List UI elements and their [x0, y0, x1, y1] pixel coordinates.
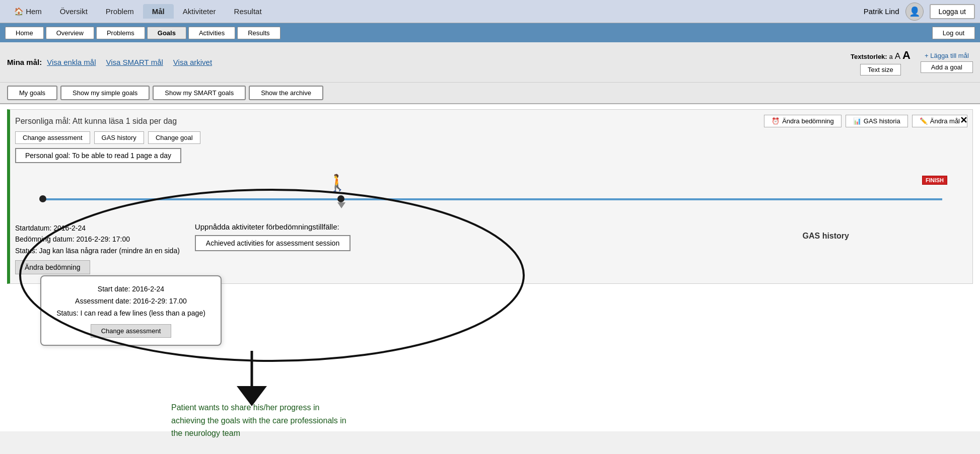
english-translation-box: Start date: 2016-2-24 Assessment date: 2…: [40, 275, 222, 346]
text-size-title: Textstorlek:: [851, 53, 887, 60]
logout-button-english[interactable]: Log out: [932, 27, 975, 39]
show-archive-button[interactable]: Show the archive: [249, 86, 323, 100]
pencil-icon: ✏️: [920, 117, 928, 125]
gas-history-annotation: GAS history: [803, 232, 849, 241]
goal-details: Startdatum: 2016-2-24 Bedömning datum: 2…: [15, 218, 967, 278]
chart-icon: 📊: [853, 117, 861, 125]
text-size-label: Textstorlek: a A A: [851, 49, 911, 62]
add-goal-label: + Lägga till mål: [925, 52, 969, 59]
goal-title-swedish: Personliga mål: Att kunna läsa 1 sida pe…: [15, 117, 177, 126]
link-simple-goals[interactable]: Visa enkla mål: [47, 58, 96, 66]
add-goal-section: + Lägga till mål Add a goal: [921, 52, 973, 73]
change-assessment-btn-header[interactable]: ⏰ Ändra bedömning: [764, 115, 842, 127]
show-smart-goals-button[interactable]: Show my SMART goals: [153, 86, 246, 100]
english-change-assessment-btn[interactable]: Change assessment: [91, 324, 172, 338]
top-nav-hem[interactable]: 🏠 Hem: [5, 4, 51, 19]
goal-info-right: Uppnådda aktiviteter förbedömningstillfä…: [195, 222, 967, 274]
top-nav-mal[interactable]: Mål: [143, 4, 174, 19]
change-goal-english-btn[interactable]: Change goal: [148, 131, 200, 144]
text-size-a-med[interactable]: A: [895, 51, 900, 61]
nav-home[interactable]: Home: [5, 27, 44, 39]
second-nav-right: Log out: [932, 27, 975, 39]
assessment-date: Bedömning datum: 2016-2-29: 17:00: [15, 234, 180, 245]
goal-action-buttons: ⏰ Ändra bedömning 📊 GAS historia ✏️ Ändr…: [764, 115, 967, 127]
text-size-a-small[interactable]: a: [889, 53, 893, 60]
goals-buttons-row: My goals Show my simple goals Show my SM…: [0, 83, 980, 104]
link-archive[interactable]: Visa arkivet: [173, 58, 212, 66]
main-content: Personliga mål: Att kunna läsa 1 sida pe…: [0, 104, 980, 431]
goal-title-english-button[interactable]: Personal goal: To be able to read 1 page…: [15, 148, 181, 163]
my-goals-button[interactable]: My goals: [7, 86, 57, 100]
achieved-label-swedish: Uppnådda aktiviteter förbedömningstillfä…: [195, 222, 967, 231]
english-start-date: Start date: 2016-2-24: [51, 283, 211, 295]
top-nav-oversikt[interactable]: Översikt: [51, 4, 97, 19]
progress-line: [40, 198, 942, 200]
goals-toolbar-links: Visa enkla mål Visa SMART mål Visa arkiv…: [47, 58, 212, 66]
change-goal-btn-header[interactable]: ✏️ Ändra mål: [912, 115, 967, 127]
triangle-indicator: [337, 202, 345, 208]
my-goals-label: Mina mål:: [7, 58, 42, 66]
show-simple-goals-button[interactable]: Show my simple goals: [60, 86, 150, 100]
top-nav-problem[interactable]: Problem: [97, 4, 143, 19]
goal-info-left: Startdatum: 2016-2-24 Bedömning datum: 2…: [15, 222, 180, 274]
change-assessment-btn-swedish[interactable]: Ändra bedömning: [15, 260, 90, 274]
progress-area: 🚶 FINISH: [15, 173, 967, 213]
patient-note: Patient wants to share his/her progress …: [171, 401, 346, 440]
text-size-button[interactable]: Text size: [860, 64, 901, 75]
nav-results[interactable]: Results: [237, 27, 280, 39]
gas-history-english-btn[interactable]: GAS history: [94, 131, 144, 144]
nav-activities[interactable]: Activities: [188, 27, 235, 39]
close-icon[interactable]: ✕: [960, 115, 967, 126]
goals-toolbar-right: Textstorlek: a A A Text size + Lägga til…: [851, 49, 973, 75]
nav-goals[interactable]: Goals: [147, 27, 186, 39]
nav-overview[interactable]: Overview: [46, 27, 94, 39]
finish-flag: FINISH: [922, 176, 947, 185]
avatar: 👤: [905, 3, 924, 21]
top-nav-right: Patrik Lind 👤 Logga ut: [864, 3, 975, 21]
clock-icon: ⏰: [772, 117, 780, 125]
text-size-section: Textstorlek: a A A Text size: [851, 49, 911, 75]
progress-dot-end: [337, 195, 344, 202]
user-name: Patrik Lind: [864, 7, 899, 16]
change-assessment-english-btn[interactable]: Change assessment: [15, 131, 90, 144]
progress-dot-start: [39, 195, 46, 202]
gas-history-btn-header[interactable]: 📊 GAS historia: [846, 115, 908, 127]
top-nav-aktiviteter[interactable]: Aktiviteter: [174, 4, 225, 19]
second-navigation: Home Overview Problems Goals Activities …: [0, 23, 980, 42]
stick-figure: 🚶: [327, 173, 347, 192]
link-smart-goals[interactable]: Visa SMART mål: [106, 58, 163, 66]
text-size-a-large[interactable]: A: [902, 49, 911, 61]
english-action-buttons: Change assessment GAS history Change goa…: [15, 131, 967, 144]
english-status: Status: I can read a few lines (less tha…: [51, 308, 211, 320]
goals-toolbar: Mina mål: Visa enkla mål Visa SMART mål …: [0, 42, 980, 83]
english-assessment-date: Assessment date: 2016-2-29: 17.00: [51, 295, 211, 308]
nav-problems[interactable]: Problems: [96, 27, 145, 39]
goal-card-header: Personliga mål: Att kunna läsa 1 sida pe…: [15, 115, 967, 127]
top-navigation: 🏠 Hem Översikt Problem Mål Aktiviteter R…: [0, 0, 980, 23]
achieved-activities-button[interactable]: Achieved activities for assessment sessi…: [195, 235, 351, 251]
status-swedish: Status: Jag kan läsa några rader (mindre…: [15, 245, 180, 256]
logout-button-swedish[interactable]: Logga ut: [930, 4, 975, 19]
goal-card: Personliga mål: Att kunna läsa 1 sida pe…: [7, 109, 973, 284]
add-goal-button[interactable]: Add a goal: [921, 61, 973, 73]
start-date: Startdatum: 2016-2-24: [15, 222, 180, 234]
top-nav-resultat[interactable]: Resultat: [225, 4, 271, 19]
